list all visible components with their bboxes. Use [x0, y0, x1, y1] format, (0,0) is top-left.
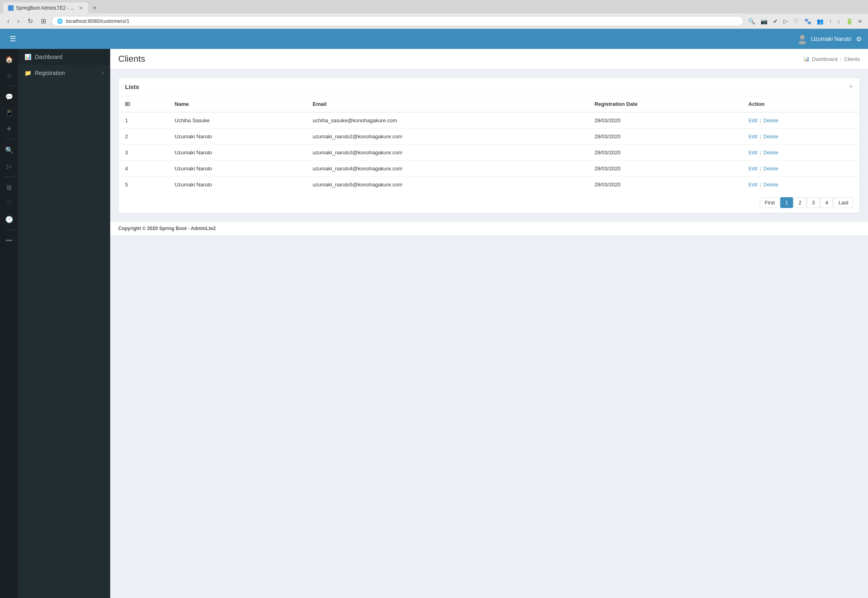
breadcrumb-current: Clients [844, 56, 860, 62]
user-info[interactable]: Uzumaki Naruto [797, 33, 851, 44]
left-icon-bar: 🏠 ☆ 💬 📱 ✈ 🔍 ▷ ⊞ ♡ 🕐 ••• [0, 49, 18, 598]
page-button-2[interactable]: 2 [794, 197, 806, 208]
cell-email: uzumaki_naruto3@konohagakure.com [306, 145, 588, 161]
browser-nav-bar: ‹ › ↻ ⊞ 🌐 localhost:8080/customers/1 🔍 📷… [0, 14, 868, 28]
left-icon-clock[interactable]: 🕐 [2, 212, 16, 226]
page-button-4[interactable]: 4 [820, 197, 833, 208]
breadcrumb-separator: › [840, 56, 842, 62]
registration-icon: 📁 [24, 70, 31, 76]
content-inner: Lists + ID Name Email Registration Date [110, 69, 868, 221]
cell-action: Edit | Delete [742, 161, 860, 177]
play-button[interactable]: ▷ [782, 17, 789, 26]
table-row: 3 Uzumaki Naruto uzumaki_naruto3@konohag… [119, 145, 860, 161]
left-icon-search[interactable]: 🔍 [2, 143, 16, 157]
cell-id: 2 [119, 129, 168, 145]
left-icon-play[interactable]: ▷ [2, 159, 16, 173]
cell-name: Uzumaki Naruto [168, 129, 307, 145]
table-row: 5 Uzumaki Naruto uzumaki_naruto5@konohag… [119, 177, 860, 193]
action-separator: | [760, 133, 763, 139]
page-button-last[interactable]: Last [834, 197, 853, 208]
action-separator: | [760, 182, 763, 188]
shield-button[interactable]: ✔ [771, 17, 779, 26]
menu-button[interactable]: ≡ [857, 17, 863, 26]
battery-button[interactable]: 🔋 [844, 17, 854, 26]
sidebar-item-registration-label: Registration [35, 70, 65, 76]
top-navbar: ☰ Uzumaki Naruto ⚙ [0, 29, 868, 49]
camera-button[interactable]: 📷 [759, 17, 769, 26]
breadcrumb-home-link[interactable]: Dashboard [812, 56, 838, 62]
edit-link[interactable]: Edit [749, 150, 757, 156]
sidebar-item-dashboard[interactable]: 📊 Dashboard [18, 49, 110, 65]
reload-button[interactable]: ↻ [25, 16, 35, 26]
paw-button[interactable]: 🐾 [803, 17, 813, 26]
people-button[interactable]: 👥 [815, 17, 825, 26]
forward-button[interactable]: › [15, 16, 22, 26]
browser-right-controls: 🔍 📷 ✔ ▷ ♡ 🐾 👥 ↑ ↓ 🔋 ≡ [747, 17, 863, 26]
left-icon-send[interactable]: ✈ [2, 121, 16, 136]
cell-action: Edit | Delete [742, 145, 860, 161]
cell-action: Edit | Delete [742, 177, 860, 193]
page-button-3[interactable]: 3 [807, 197, 820, 208]
sidebar-item-registration[interactable]: 📁 Registration ‹ [18, 65, 110, 81]
cell-name: Uzumaki Naruto [168, 145, 307, 161]
card-title: Lists [125, 83, 139, 90]
address-bar[interactable]: 🌐 localhost:8080/customers/1 [52, 16, 743, 26]
page-button-1[interactable]: 1 [780, 197, 793, 208]
table-row: 2 Uzumaki Naruto uzumaki_naruto2@konohag… [119, 129, 860, 145]
tab-close-icon[interactable]: ✕ [79, 5, 83, 11]
left-icon-heart[interactable]: ♡ [2, 196, 16, 210]
heart-browser-button[interactable]: ♡ [792, 17, 800, 26]
cell-id: 3 [119, 145, 168, 161]
hamburger-button[interactable]: ☰ [6, 33, 19, 45]
table-row: 1 Uchiha Sasuke uchiha_sasuke@konohagaku… [119, 112, 860, 129]
dashboard-icon: 📊 [24, 54, 31, 60]
content-header: Clients 📊 Dashboard › Clients [110, 49, 868, 69]
active-tab[interactable]: SpringBoot AdminLTE2 - Clie ✕ [3, 2, 88, 14]
left-icon-phone[interactable]: 📱 [2, 105, 16, 120]
delete-link[interactable]: Delete [763, 166, 779, 172]
col-id: ID [119, 96, 168, 112]
left-icon-more[interactable]: ••• [2, 233, 16, 248]
col-name: Name [168, 96, 307, 112]
cell-date: 29/03/2020 [588, 161, 742, 177]
download-button[interactable]: ↓ [836, 17, 842, 26]
cell-date: 29/03/2020 [588, 129, 742, 145]
delete-link[interactable]: Delete [763, 182, 779, 188]
cell-id: 5 [119, 177, 168, 193]
avatar [797, 33, 808, 44]
app-wrapper: ☰ Uzumaki Naruto ⚙ 🏠 ☆ 💬 📱 ✈ 🔍 ▷ ⊞ ♡ 🕐 [0, 29, 868, 598]
chevron-icon: ‹ [102, 71, 104, 75]
col-email: Email [306, 96, 588, 112]
delete-link[interactable]: Delete [763, 150, 779, 156]
upload-button[interactable]: ↑ [828, 17, 834, 26]
cell-name: Uchiha Sasuke [168, 112, 307, 129]
left-icon-home[interactable]: 🏠 [2, 52, 16, 67]
main-body: 🏠 ☆ 💬 📱 ✈ 🔍 ▷ ⊞ ♡ 🕐 ••• 📊 Dashboard 📁 [0, 49, 868, 598]
left-icon-sep-4 [4, 230, 14, 230]
edit-link[interactable]: Edit [749, 133, 757, 139]
search-browser-button[interactable]: 🔍 [747, 17, 757, 26]
url-text: localhost:8080/customers/1 [66, 18, 738, 24]
left-icon-grid[interactable]: ⊞ [2, 180, 16, 194]
edit-link[interactable]: Edit [749, 117, 757, 123]
sidebar-item-dashboard-label: Dashboard [35, 54, 63, 60]
delete-link[interactable]: Delete [763, 133, 779, 139]
footer-text: Copyright © 2020 Spring Boot - AdminLte2 [118, 226, 216, 231]
back-button[interactable]: ‹ [5, 16, 12, 26]
settings-button[interactable]: ⚙ [856, 35, 862, 43]
cell-action: Edit | Delete [742, 112, 860, 129]
tab-favicon [8, 5, 14, 11]
pagination: First1234Last [119, 192, 860, 213]
delete-link[interactable]: Delete [763, 117, 779, 123]
cell-email: uchiha_sasuke@konohagakure.com [306, 112, 588, 129]
left-icon-message[interactable]: 💬 [2, 89, 16, 104]
grid-button[interactable]: ⊞ [38, 16, 48, 26]
add-button[interactable]: + [849, 83, 853, 91]
left-icon-sep-1 [4, 86, 14, 86]
edit-link[interactable]: Edit [749, 182, 757, 188]
new-tab-button[interactable]: + [90, 3, 100, 13]
table-header-row: ID Name Email Registration Date Action [119, 96, 860, 112]
edit-link[interactable]: Edit [749, 166, 757, 172]
page-button-first[interactable]: First [760, 197, 779, 208]
left-icon-star[interactable]: ☆ [2, 68, 16, 83]
